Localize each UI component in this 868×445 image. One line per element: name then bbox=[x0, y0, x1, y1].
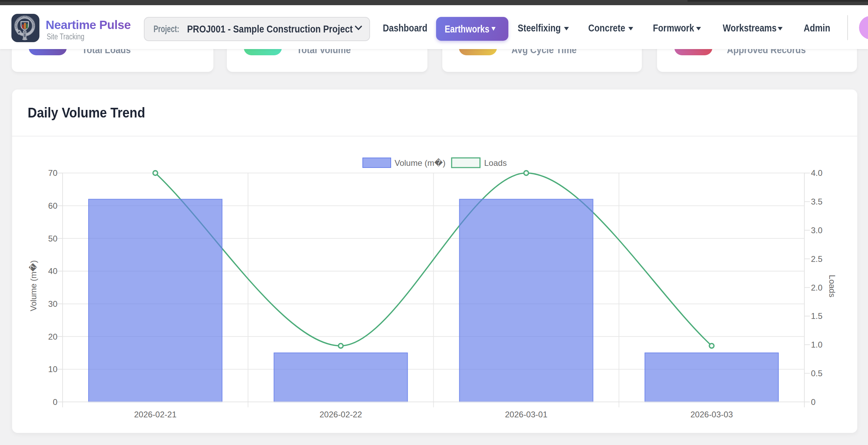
svg-text:Volume (m�): Volume (m�) bbox=[395, 158, 445, 168]
svg-text:2026-02-22: 2026-02-22 bbox=[320, 410, 362, 419]
svg-text:1.0: 1.0 bbox=[811, 340, 822, 349]
svg-text:4.0: 4.0 bbox=[811, 168, 822, 178]
svg-text:20: 20 bbox=[48, 332, 57, 341]
svg-text:Volume (m�): Volume (m�) bbox=[29, 260, 38, 311]
svg-text:3.0: 3.0 bbox=[811, 226, 822, 235]
svg-text:2026-03-01: 2026-03-01 bbox=[505, 410, 547, 419]
svg-text:3.5: 3.5 bbox=[811, 197, 822, 206]
svg-text:0.5: 0.5 bbox=[811, 369, 822, 378]
svg-text:50: 50 bbox=[48, 234, 57, 243]
svg-text:Loads: Loads bbox=[484, 158, 507, 168]
svg-text:1.5: 1.5 bbox=[811, 311, 822, 321]
svg-text:2026-03-03: 2026-03-03 bbox=[690, 410, 733, 419]
svg-text:10: 10 bbox=[48, 364, 57, 374]
svg-text:70: 70 bbox=[48, 168, 57, 178]
svg-text:2026-02-21: 2026-02-21 bbox=[134, 410, 177, 419]
svg-text:60: 60 bbox=[48, 201, 57, 210]
svg-text:Loads: Loads bbox=[828, 275, 837, 297]
svg-text:0: 0 bbox=[53, 397, 57, 407]
svg-text:2.0: 2.0 bbox=[811, 283, 822, 292]
svg-text:40: 40 bbox=[48, 266, 57, 276]
svg-text:0: 0 bbox=[811, 397, 815, 407]
svg-text:2.5: 2.5 bbox=[811, 254, 822, 264]
svg-text:30: 30 bbox=[48, 299, 57, 309]
